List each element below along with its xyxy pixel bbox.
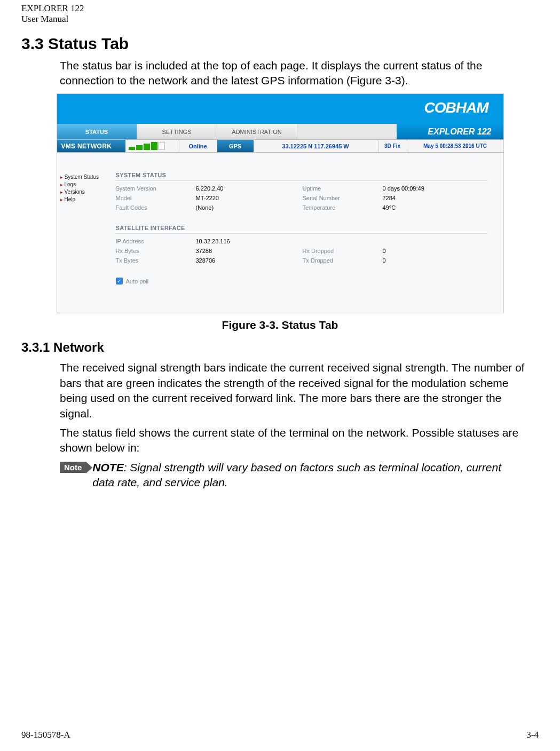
note-body: : Signal strength will vary based on fac…	[92, 461, 501, 488]
gps-coordinates: 33.12225 N 117.26945 W	[254, 140, 378, 152]
header-product: EXPLORER 122	[21, 3, 539, 14]
value-rx-dropped: 0	[383, 248, 463, 254]
figure-status-tab-screenshot: COBHAM STATUS SETTINGS ADMINISTRATION EX…	[57, 93, 504, 313]
tab-settings[interactable]: SETTINGS	[137, 124, 217, 139]
value-tx-dropped: 0	[383, 257, 463, 264]
note-bold: NOTE	[92, 461, 123, 473]
signal-bar-3	[144, 144, 150, 150]
header-subtitle: User Manual	[21, 14, 539, 25]
label-tx-bytes: Tx Bytes	[116, 257, 196, 264]
brand-bar: COBHAM	[57, 94, 503, 124]
value-tx-bytes: 328706	[196, 257, 303, 264]
footer-page-number: 3-4	[526, 730, 539, 740]
section-title-satellite-interface: SATELLITE INTERFACE	[116, 225, 487, 234]
figure-caption: Figure 3-3. Status Tab	[21, 319, 539, 331]
value-system-version: 6.220.2.40	[196, 185, 303, 192]
empty-cell	[303, 238, 383, 244]
value-serial: 7284	[383, 195, 463, 201]
paragraph-signal-strength: The received signal strength bars indica…	[60, 360, 528, 421]
section-title-system-status: SYSTEM STATUS	[116, 172, 487, 181]
sidenav-label: Logs	[65, 181, 76, 187]
online-status: Online	[179, 140, 217, 152]
heading-status-tab: 3.3 Status Tab	[21, 35, 539, 53]
sidenav-label: Versions	[65, 189, 85, 195]
heading-network: 3.3.1 Network	[21, 340, 539, 355]
product-label: EXPLORER 122	[397, 124, 503, 139]
empty-cell	[383, 238, 463, 244]
note-tag-icon: Note	[60, 462, 86, 473]
side-nav: ▸System Status ▸Logs ▸Versions ▸Help	[57, 153, 111, 313]
value-temperature: 49°C	[383, 204, 463, 211]
sidenav-item-versions[interactable]: ▸Versions	[60, 189, 107, 195]
signal-strength-bars	[125, 140, 179, 152]
value-model: MT-2220	[196, 195, 303, 201]
content-area: ▸System Status ▸Logs ▸Versions ▸Help SYS…	[57, 153, 503, 313]
sidenav-item-help[interactable]: ▸Help	[60, 196, 107, 202]
main-panel: SYSTEM STATUS System Version 6.220.2.40 …	[111, 153, 503, 313]
note-block: Note NOTE: Signal strength will vary bas…	[60, 460, 517, 491]
label-temperature: Temperature	[303, 204, 383, 211]
tab-administration[interactable]: ADMINISTRATION	[217, 124, 297, 139]
arrow-icon: ▸	[60, 175, 63, 180]
signal-bar-5-off	[159, 142, 165, 150]
label-serial: Serial Number	[303, 195, 383, 201]
main-tabs: STATUS SETTINGS ADMINISTRATION EXPLORER …	[57, 124, 503, 140]
gps-timestamp: May 5 00:28:53 2016 UTC	[407, 140, 503, 152]
gps-label: GPS	[217, 140, 254, 152]
label-system-version: System Version	[116, 185, 196, 192]
label-uptime: Uptime	[303, 185, 383, 192]
system-status-grid: System Version 6.220.2.40 Uptime 0 days …	[116, 185, 487, 211]
arrow-icon: ▸	[60, 197, 63, 202]
value-fault-codes: (None)	[196, 204, 303, 211]
label-model: Model	[116, 195, 196, 201]
label-tx-dropped: Tx Dropped	[303, 257, 383, 264]
doc-header: EXPLORER 122 User Manual	[21, 0, 539, 25]
label-rx-bytes: Rx Bytes	[116, 248, 196, 254]
value-ip-address: 10.32.28.116	[196, 238, 303, 244]
autopoll-row: ✓ Auto poll	[116, 278, 487, 284]
gps-fix: 3D Fix	[378, 140, 407, 152]
footer-doc-number: 98-150578-A	[21, 730, 70, 740]
sidenav-label: System Status	[65, 174, 99, 180]
value-rx-bytes: 37288	[196, 248, 303, 254]
arrow-icon: ▸	[60, 189, 63, 195]
paragraph-status-field: The status field shows the current state…	[60, 425, 528, 456]
note-text: NOTE: Signal strength will vary based on…	[92, 460, 517, 491]
label-rx-dropped: Rx Dropped	[303, 248, 383, 254]
label-ip-address: IP Address	[116, 238, 196, 244]
status-bar: VMS NETWORK Online GPS 33.12225 N 117.26…	[57, 140, 503, 153]
signal-bar-2	[136, 145, 143, 150]
doc-footer: 98-150578-A 3-4	[21, 730, 539, 740]
cobham-logo: COBHAM	[424, 99, 488, 116]
satellite-interface-grid: IP Address 10.32.28.116 Rx Bytes 37288 R…	[116, 238, 487, 264]
tab-status[interactable]: STATUS	[57, 124, 137, 139]
signal-bar-1	[129, 147, 135, 150]
value-uptime: 0 days 00:09:49	[383, 185, 463, 192]
label-fault-codes: Fault Codes	[116, 204, 196, 211]
sidenav-item-system-status[interactable]: ▸System Status	[60, 174, 107, 180]
paragraph-intro: The status bar is included at the top of…	[60, 58, 528, 89]
tabs-spacer	[297, 124, 397, 139]
signal-bar-4	[151, 142, 157, 150]
autopoll-label: Auto poll	[126, 278, 149, 284]
network-label: VMS NETWORK	[57, 140, 125, 152]
autopoll-checkbox[interactable]: ✓	[116, 278, 123, 284]
sidenav-label: Help	[65, 196, 76, 202]
sidenav-item-logs[interactable]: ▸Logs	[60, 181, 107, 187]
arrow-icon: ▸	[60, 182, 63, 187]
